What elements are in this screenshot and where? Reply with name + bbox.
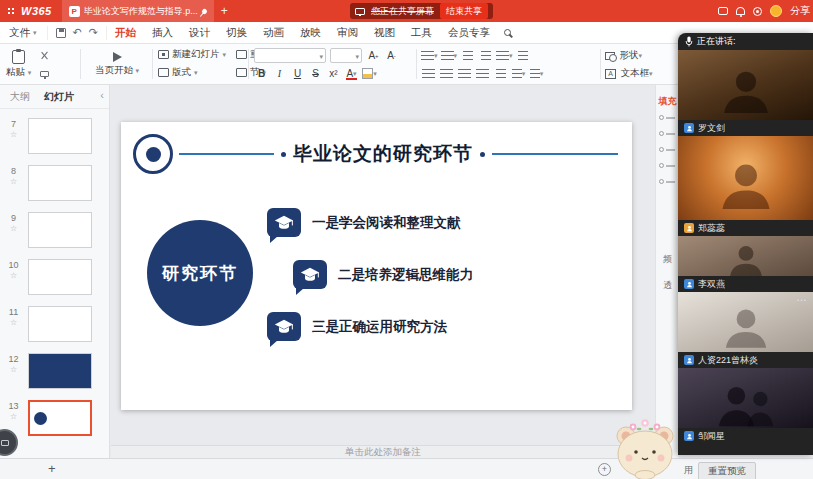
- columns-button[interactable]: [516, 48, 531, 63]
- menu-file[interactable]: 文件▾: [0, 26, 47, 40]
- tab-tools[interactable]: 工具: [403, 22, 440, 44]
- strikethrough-button[interactable]: S: [308, 66, 323, 81]
- numbered-list-button[interactable]: ▾: [441, 48, 458, 63]
- tab-review[interactable]: 审阅: [329, 22, 366, 44]
- text-direction-button[interactable]: ▾: [529, 66, 544, 81]
- slide-thumbnail-11[interactable]: 11☆: [0, 305, 110, 345]
- thumbnail-preview[interactable]: [28, 400, 92, 436]
- reset-preview-button[interactable]: 重置预览: [698, 462, 756, 479]
- tab-transition[interactable]: 切换: [218, 22, 255, 44]
- align-center-button[interactable]: [439, 66, 454, 81]
- participant-row[interactable]: 郑蕊蕊: [678, 220, 813, 236]
- participant-video[interactable]: [678, 236, 813, 276]
- participant-row[interactable]: 邹闻星: [678, 428, 813, 444]
- shapes-button[interactable]: 形状▾: [605, 47, 652, 64]
- decrease-indent-button[interactable]: [460, 48, 475, 63]
- increase-indent-button[interactable]: [478, 48, 493, 63]
- save-icon[interactable]: [56, 28, 66, 38]
- more-options-icon[interactable]: …: [796, 292, 808, 302]
- point-item-1[interactable]: 一是学会阅读和整理文献: [267, 208, 461, 237]
- tab-insert[interactable]: 插入: [144, 22, 181, 44]
- align-right-button[interactable]: [457, 66, 472, 81]
- settings-icon[interactable]: [753, 7, 762, 16]
- highlight-color-button[interactable]: ▾: [362, 66, 377, 81]
- thumbnail-preview[interactable]: [28, 306, 92, 342]
- slide-title[interactable]: 毕业论文的研究环节: [293, 141, 473, 167]
- undo-icon[interactable]: ↶: [73, 27, 82, 38]
- stop-sharing-button[interactable]: 结束共享: [440, 3, 488, 19]
- underline-button[interactable]: U: [290, 66, 305, 81]
- collapse-panel-icon[interactable]: ‹: [100, 89, 104, 101]
- tab-slideshow[interactable]: 放映: [292, 22, 329, 44]
- font-color-button[interactable]: A▾: [344, 66, 359, 81]
- tab-slides[interactable]: 幻灯片: [44, 90, 74, 104]
- fill-option[interactable]: [659, 163, 675, 168]
- hub-circle[interactable]: 研究环节: [147, 220, 253, 326]
- tab-design[interactable]: 设计: [181, 22, 218, 44]
- distribute-button[interactable]: [493, 66, 508, 81]
- bold-button[interactable]: B: [254, 66, 269, 81]
- slide-thumbnail-7[interactable]: 7☆: [0, 117, 110, 157]
- superscript-button[interactable]: x²: [326, 66, 341, 81]
- slide-thumbnail-9[interactable]: 9☆: [0, 211, 110, 251]
- tab-outline[interactable]: 大纲: [10, 90, 30, 104]
- new-slide-button[interactable]: 新建幻灯片▾: [158, 47, 226, 62]
- thumbnail-preview[interactable]: [28, 165, 92, 201]
- participant-video[interactable]: [678, 368, 813, 428]
- tab-animation[interactable]: 动画: [255, 22, 292, 44]
- participant-video[interactable]: [678, 136, 813, 220]
- justify-button[interactable]: [475, 66, 490, 81]
- point-item-2[interactable]: 二是培养逻辑思维能力: [293, 260, 473, 289]
- paste-button[interactable]: 粘贴 ▾: [6, 47, 31, 82]
- share-button[interactable]: 分享: [790, 4, 810, 18]
- current-slide[interactable]: 毕业论文的研究环节 研究环节 一是学会阅读和整理文献 二是培养逻辑思维能力: [121, 122, 632, 410]
- layout-button[interactable]: 版式▾: [158, 65, 226, 80]
- new-tab-button[interactable]: +: [221, 4, 228, 18]
- fill-option[interactable]: [659, 115, 675, 120]
- bullet-list-button[interactable]: ▾: [421, 48, 438, 63]
- thumbnail-preview[interactable]: [28, 259, 92, 295]
- notification-icon[interactable]: [736, 7, 745, 15]
- add-slide-button[interactable]: +: [48, 461, 56, 476]
- slide-thumbnail-8[interactable]: 8☆: [0, 164, 110, 204]
- cut-button[interactable]: [37, 48, 52, 63]
- search-icon[interactable]: [504, 29, 511, 36]
- participant-video[interactable]: …: [678, 292, 813, 352]
- fill-option[interactable]: [659, 179, 675, 184]
- app-launcher-icon[interactable]: [7, 7, 16, 16]
- slide-title-block[interactable]: 毕业论文的研究环节: [179, 142, 618, 166]
- participant-row[interactable]: 李双燕: [678, 276, 813, 292]
- tab-member[interactable]: 会员专享: [440, 22, 498, 44]
- participant-row[interactable]: 人资221曾林炎: [678, 352, 813, 368]
- decrease-font-button[interactable]: A-: [384, 48, 399, 63]
- fill-option[interactable]: [659, 131, 675, 136]
- increase-font-button[interactable]: A+: [366, 48, 381, 63]
- participant-video[interactable]: [678, 50, 813, 120]
- format-painter-button[interactable]: [37, 66, 52, 81]
- line-spacing-button[interactable]: ▾: [496, 48, 513, 63]
- vertical-align-button[interactable]: ▾: [511, 66, 526, 81]
- university-logo[interactable]: [133, 134, 173, 174]
- point-item-3[interactable]: 三是正确运用研究方法: [267, 312, 447, 341]
- tab-home[interactable]: 开始: [107, 22, 144, 44]
- thumbnail-preview[interactable]: [28, 353, 92, 389]
- font-size-select[interactable]: ▾: [330, 48, 362, 63]
- font-family-select[interactable]: ▾: [254, 48, 326, 63]
- thumbnail-preview[interactable]: [28, 212, 92, 248]
- member-avatar[interactable]: [770, 5, 782, 17]
- slide-thumbnail-13-selected[interactable]: 13☆: [0, 399, 110, 439]
- tab-view[interactable]: 视图: [366, 22, 403, 44]
- message-icon[interactable]: [718, 7, 728, 15]
- redo-icon[interactable]: ↷: [89, 27, 98, 38]
- slide-thumbnail-10[interactable]: 10☆: [0, 258, 110, 298]
- pin-icon[interactable]: [201, 7, 208, 14]
- thumbnail-preview[interactable]: [28, 118, 92, 154]
- play-from-current-button[interactable]: 当页开始 ▾: [86, 47, 148, 82]
- textbox-button[interactable]: A 文本框▾: [605, 65, 652, 82]
- slide-thumbnail-12[interactable]: 12☆: [0, 352, 110, 392]
- document-tab[interactable]: P 毕业论文写作规范与指导.p...: [62, 0, 214, 22]
- notes-area[interactable]: 单击此处添加备注: [111, 445, 655, 458]
- fill-option[interactable]: [659, 147, 675, 152]
- italic-button[interactable]: I: [272, 66, 287, 81]
- participant-row[interactable]: 罗文剑: [678, 120, 813, 136]
